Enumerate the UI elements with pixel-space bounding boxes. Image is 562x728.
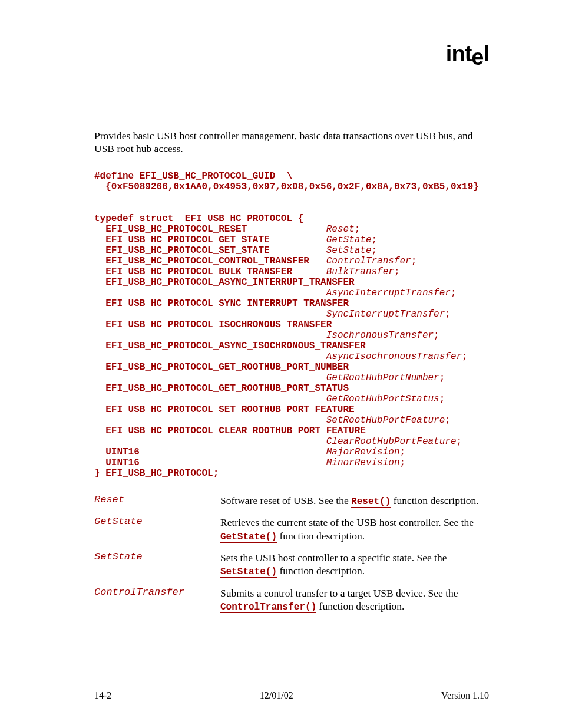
pad xyxy=(94,288,326,298)
guid-line: {0xF5089266,0x1AA0,0x4953,0x97,0xD8,0x56… xyxy=(94,182,479,192)
semi: ; xyxy=(445,309,451,319)
member-name: MajorRevision xyxy=(326,447,400,457)
semi: ; xyxy=(400,447,406,457)
member-type: EFI_USB_HC_PROTOCOL_GET_ROOTHUB_PORT_STA… xyxy=(94,383,349,394)
summary-text: Provides basic USB host controller manag… xyxy=(94,130,489,156)
member-type: EFI_USB_HC_PROTOCOL_ASYNC_INTERRUPT_TRAN… xyxy=(94,277,355,288)
param-desc: Submits a control transfer to a target U… xyxy=(220,587,489,614)
define-line: #define EFI_USB_HC_PROTOCOL_GUID \ xyxy=(94,171,292,182)
member-name: GetRootHubPortNumber xyxy=(326,373,439,383)
logo-part2: e xyxy=(471,45,483,70)
member-type: EFI_USB_HC_PROTOCOL_ASYNC_ISOCHRONOUS_TR… xyxy=(94,341,366,351)
intel-logo: intel xyxy=(446,41,489,67)
param-desc: Retrieves the current state of the USB h… xyxy=(220,516,489,543)
logo-part1: int xyxy=(446,41,471,66)
member-type: EFI_USB_HC_PROTOCOL_SET_ROOTHUB_PORT_FEA… xyxy=(94,404,355,415)
param-name: GetState xyxy=(94,516,220,527)
semi: ; xyxy=(439,394,445,404)
fn-link[interactable]: ControlTransfer() xyxy=(220,602,316,613)
desc-post: function description. xyxy=(316,600,404,612)
member-name: GetRootHubPortStatus xyxy=(326,394,439,404)
semi: ; xyxy=(371,235,377,245)
footer-right: Version 1.10 xyxy=(441,690,489,701)
member-name: ClearRootHubPortFeature xyxy=(326,436,457,447)
pad xyxy=(94,415,326,426)
member-type: EFI_USB_HC_PROTOCOL_BULK_TRANSFER xyxy=(94,266,326,277)
fn-link[interactable]: Reset() xyxy=(351,496,391,508)
member-type: EFI_USB_HC_PROTOCOL_CLEAR_ROOTHUB_PORT_F… xyxy=(94,426,366,436)
pad xyxy=(94,394,326,404)
semi: ; xyxy=(439,373,445,383)
member-name: GetState xyxy=(326,235,372,245)
member-type: EFI_USB_HC_PROTOCOL_CONTROL_TRANSFER xyxy=(94,256,326,266)
member-name: AsyncIsochronousTransfer xyxy=(326,351,462,362)
member-name: ControlTransfer xyxy=(326,256,411,266)
member-type: EFI_USB_HC_PROTOCOL_ISOCHRONOUS_TRANSFER xyxy=(94,319,332,330)
semi: ; xyxy=(355,224,361,235)
member-name: SyncInterruptTransfer xyxy=(326,309,445,319)
params-section: Reset Software reset of USB. See the Res… xyxy=(94,494,489,614)
member-name: AsyncInterruptTransfer xyxy=(326,288,451,298)
struct-end: } EFI_USB_HC_PROTOCOL; xyxy=(94,468,219,479)
semi: ; xyxy=(445,415,451,426)
page-footer: 14-2 12/01/02 Version 1.10 xyxy=(94,690,489,701)
page: intel Provides basic USB host controller… xyxy=(0,0,562,728)
member-type: UINT16 xyxy=(94,447,326,457)
param-desc: Sets the USB host controller to a specif… xyxy=(220,551,489,578)
desc-pre: Retrieves the current state of the USB h… xyxy=(220,516,474,528)
param-name: SetState xyxy=(94,551,220,562)
member-type: EFI_USB_HC_PROTOCOL_SYNC_INTERRUPT_TRANS… xyxy=(94,298,349,309)
semi: ; xyxy=(411,256,417,266)
desc-pre: Submits a control transfer to a target U… xyxy=(220,587,458,599)
semi: ; xyxy=(371,245,377,256)
param-desc: Software reset of USB. See the Reset() f… xyxy=(220,494,479,508)
logo-part3: l xyxy=(483,41,489,66)
semi: ; xyxy=(457,436,462,447)
member-name: SetState xyxy=(326,245,372,256)
member-name: SetRootHubPortFeature xyxy=(326,415,445,426)
member-name: Reset xyxy=(326,224,355,235)
desc-pre: Software reset of USB. See the xyxy=(220,495,351,506)
member-type: EFI_USB_HC_PROTOCOL_GET_STATE xyxy=(94,235,326,245)
member-name: MinorRevision xyxy=(326,457,400,468)
pad xyxy=(94,373,326,383)
footer-left: 14-2 xyxy=(94,690,111,701)
footer-center: 12/01/02 xyxy=(260,690,293,701)
desc-post: function description. xyxy=(277,530,365,542)
semi: ; xyxy=(434,330,439,341)
semi: ; xyxy=(394,266,400,277)
desc-pre: Sets the USB host controller to a specif… xyxy=(220,552,447,564)
pad xyxy=(94,436,326,447)
member-type: EFI_USB_HC_PROTOCOL_RESET xyxy=(94,224,326,235)
member-name: IsochronousTransfer xyxy=(326,330,434,341)
pad xyxy=(94,330,326,341)
semi: ; xyxy=(462,351,468,362)
param-row: GetState Retrieves the current state of … xyxy=(94,516,489,543)
param-row: ControlTransfer Submits a control transf… xyxy=(94,587,489,614)
member-type: UINT16 xyxy=(94,457,326,468)
member-name: BulkTransfer xyxy=(326,266,394,277)
desc-post: function description. xyxy=(277,565,365,577)
fn-link[interactable]: GetState() xyxy=(220,532,277,543)
param-name: ControlTransfer xyxy=(94,587,220,598)
param-row: Reset Software reset of USB. See the Res… xyxy=(94,494,489,508)
semi: ; xyxy=(400,457,406,468)
member-type: EFI_USB_HC_PROTOCOL_SET_STATE xyxy=(94,245,326,256)
typedef-line: typedef struct _EFI_USB_HC_PROTOCOL { xyxy=(94,213,303,224)
member-type: EFI_USB_HC_PROTOCOL_GET_ROOTHUB_PORT_NUM… xyxy=(94,362,349,373)
desc-post: function description. xyxy=(391,495,478,506)
code-block: #define EFI_USB_HC_PROTOCOL_GUID \ {0xF5… xyxy=(94,171,489,479)
param-name: Reset xyxy=(94,494,220,505)
fn-link[interactable]: SetState() xyxy=(220,566,277,578)
param-row: SetState Sets the USB host controller to… xyxy=(94,551,489,578)
semi: ; xyxy=(451,288,457,298)
pad xyxy=(94,351,326,362)
pad xyxy=(94,309,326,319)
